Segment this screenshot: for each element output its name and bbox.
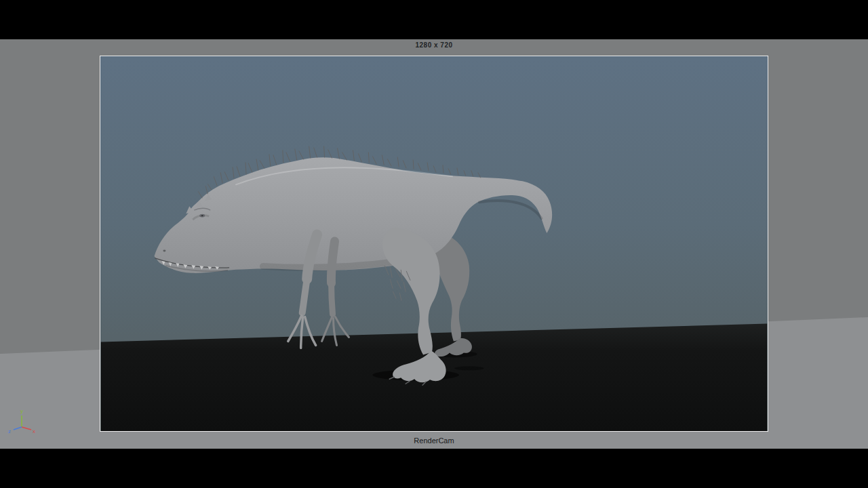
camera-name-label: RenderCam: [0, 436, 868, 445]
axis-x-line: [22, 427, 31, 430]
dinosaur-body: [154, 157, 552, 273]
camera-resolution-gate: [100, 56, 768, 432]
letterbox-top: [0, 0, 868, 39]
axis-y-label: y: [20, 408, 23, 414]
axis-x-label: x: [33, 428, 35, 434]
scene-render: [100, 56, 768, 431]
render-view-window: 868 x 488: [0, 0, 868, 488]
resolution-gate-label: 868 x 488: [0, 41, 868, 49]
axis-z-line: [14, 427, 22, 430]
axis-z-label: z: [8, 428, 11, 434]
viewport[interactable]: 868 x 488: [0, 39, 868, 449]
view-axis-gizmo: y x z: [5, 405, 38, 438]
dinosaur-tail-shading: [479, 201, 542, 218]
letterbox-bottom: [0, 449, 868, 488]
